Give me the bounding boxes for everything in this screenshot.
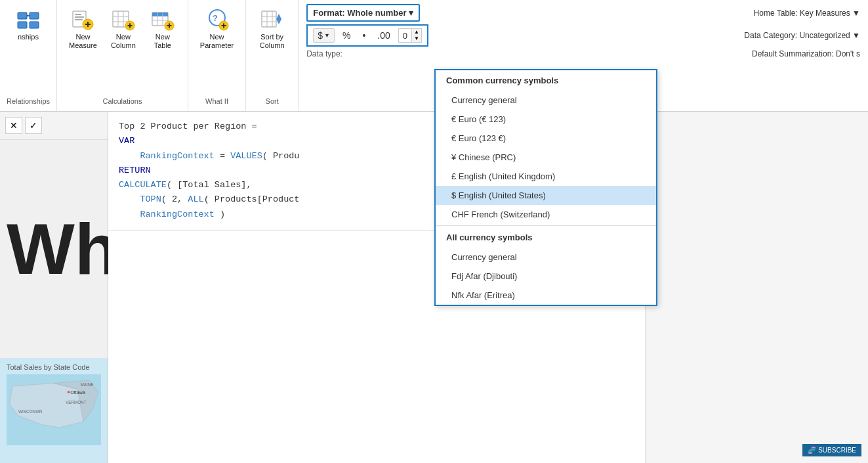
format-dropdown[interactable]: Format: Whole number ▾	[313, 8, 413, 18]
format-label: Format: Whole number ▾	[313, 8, 413, 18]
dropdown-separator	[436, 225, 656, 226]
currency-dropdown: Common currency symbols Currency general…	[434, 69, 657, 306]
new-table-btn[interactable]: NewTable	[144, 3, 181, 54]
new-table-icon	[151, 7, 175, 31]
new-parameter-icon: ?	[205, 7, 229, 31]
svg-text:MAINE: MAINE	[81, 382, 94, 387]
default-summarization-label[interactable]: Default Summarization: Don't s	[752, 49, 860, 58]
ribbon-group-whatif: ? NewParameter What If	[188, 0, 246, 111]
sort-by-column-icon	[260, 7, 284, 31]
left-panel: ✕ ✓ Wha Total Sales by State Code Ottawa…	[0, 112, 108, 463]
all-currency-header: All currency symbols	[436, 227, 656, 248]
svg-point-39	[68, 391, 70, 393]
decimal-places-input[interactable]: 0 ▲ ▼	[398, 28, 422, 43]
relationships-icon	[16, 7, 40, 31]
formula-cancel-btn[interactable]: ✕	[5, 117, 22, 134]
new-measure-btn[interactable]: NewMeasure	[64, 3, 102, 54]
decimal-btn[interactable]: .00	[373, 29, 394, 42]
spinners[interactable]: ▲ ▼	[411, 29, 421, 42]
percent-btn[interactable]: %	[339, 29, 354, 42]
svg-text:WISCONSIN: WISCONSIN	[18, 409, 43, 414]
increment-btn[interactable]: ▲	[411, 29, 421, 35]
calculations-group-label: Calculations	[102, 97, 142, 108]
home-table-label[interactable]: Home Table: Key Measures ▼	[754, 9, 860, 18]
formula-ranking-context: RankingContext	[140, 151, 214, 161]
formula-return-keyword: RETURN	[119, 165, 151, 175]
format-bar: Format: Whole number ▾	[306, 4, 420, 22]
svg-rect-0	[18, 12, 27, 19]
ribbon-group-relationships: nships Relationships	[0, 0, 57, 111]
subscribe-label: SUBSCRIBE	[818, 447, 856, 454]
dot-separator: •	[358, 29, 369, 42]
whatif-group-label: What If	[205, 97, 228, 108]
formula-line-title: Top 2 Product per Region =	[119, 121, 257, 131]
formula-equals: =	[220, 151, 230, 161]
ribbon-right-row2: $ ▼ % • .00 0 ▲ ▼ Data Category:	[306, 24, 860, 47]
svg-rect-21	[152, 12, 168, 16]
whatif-items: ? NewParameter	[195, 3, 239, 97]
euro-suffix-item[interactable]: € Euro (123 €)	[436, 129, 656, 148]
ribbon-group-sort: Sort byColumn Sort	[246, 0, 299, 111]
currency-symbol: $	[318, 30, 323, 41]
data-type-label: Data type:	[306, 49, 342, 58]
relationships-btn[interactable]: nships	[10, 3, 47, 45]
svg-rect-1	[30, 12, 39, 19]
euro-prefix-item[interactable]: € Euro (€ 123)	[436, 110, 656, 129]
currency-general-item[interactable]: Currency general	[436, 91, 656, 110]
svg-rect-6	[75, 14, 81, 15]
formula-var-keyword: VAR	[119, 136, 134, 146]
common-currency-header: Common currency symbols	[436, 70, 656, 91]
subscribe-icon: 🧬	[808, 447, 816, 454]
svg-rect-4	[30, 22, 39, 28]
formula-calculate-func: CALCULATE	[119, 180, 167, 190]
chevron-down-icon: ▼	[324, 32, 330, 39]
relationships-label: nships	[18, 33, 39, 41]
new-measure-label: NewMeasure	[69, 33, 97, 50]
formula-values-func: VALUES	[230, 151, 262, 161]
map-svg: Ottawa WISCONSIN MAINE VERMONT	[7, 374, 101, 446]
formula-topn-func: TOPN	[140, 194, 161, 204]
pound-uk-item[interactable]: £ English (United Kingdom)	[436, 167, 656, 186]
formula-controls: ✕ ✓	[0, 112, 108, 140]
sort-group-label: Sort	[266, 97, 279, 108]
sort-by-column-btn[interactable]: Sort byColumn	[254, 3, 291, 54]
chf-swiss-item[interactable]: CHF French (Switzerland)	[436, 205, 656, 224]
fdj-afar-item[interactable]: Fdj Afar (Djibouti)	[436, 267, 656, 286]
new-column-icon	[112, 7, 135, 31]
new-measure-icon	[71, 7, 94, 31]
right-panel	[645, 112, 868, 463]
relationships-group-label: Relationships	[7, 97, 50, 108]
formula-confirm-btn[interactable]: ✓	[25, 117, 42, 134]
new-parameter-btn[interactable]: ? NewParameter	[195, 3, 239, 54]
svg-rect-3	[18, 22, 27, 28]
yen-chinese-item[interactable]: ¥ Chinese (PRC)	[436, 148, 656, 167]
svg-text:?: ?	[213, 13, 218, 23]
new-column-btn[interactable]: NewColumn	[105, 3, 142, 54]
all-currency-general-item[interactable]: Currency general	[436, 248, 656, 267]
decimal-value: 0	[399, 30, 411, 42]
calculations-items: NewMeasure	[64, 3, 181, 97]
subscribe-btn[interactable]: 🧬 SUBSCRIBE	[802, 444, 861, 456]
svg-text:Ottawa: Ottawa	[70, 389, 85, 395]
ribbon-right-row3: Data type: Default Summarization: Don't …	[306, 49, 860, 58]
sort-by-column-label: Sort byColumn	[260, 33, 285, 50]
relationships-items: nships	[10, 3, 47, 97]
svg-rect-8	[75, 19, 83, 20]
new-parameter-label: NewParameter	[200, 33, 234, 50]
sort-items: Sort byColumn	[254, 3, 291, 97]
formula-ranking-context2: RankingContext	[140, 209, 214, 219]
svg-rect-7	[75, 16, 84, 18]
big-text-container: Wha	[0, 140, 108, 358]
currency-symbol-btn[interactable]: $ ▼	[313, 28, 335, 43]
dollar-us-item[interactable]: $ English (United States)	[436, 186, 656, 205]
new-table-label: NewTable	[154, 33, 171, 50]
nfk-afar-item[interactable]: Nfk Afar (Eritrea)	[436, 286, 656, 305]
data-category-label[interactable]: Data Category: Uncategorized ▼	[744, 31, 860, 40]
ribbon-right-row1: Format: Whole number ▾ Home Table: Key M…	[306, 4, 860, 22]
new-column-label: NewColumn	[111, 33, 136, 50]
map-title: Total Sales by State Code	[7, 363, 101, 371]
decrement-btn[interactable]: ▼	[411, 35, 421, 42]
ribbon-group-calculations: NewMeasure	[57, 0, 188, 111]
svg-rect-33	[262, 11, 276, 27]
map-area: Total Sales by State Code Ottawa WISCONS…	[0, 358, 108, 463]
